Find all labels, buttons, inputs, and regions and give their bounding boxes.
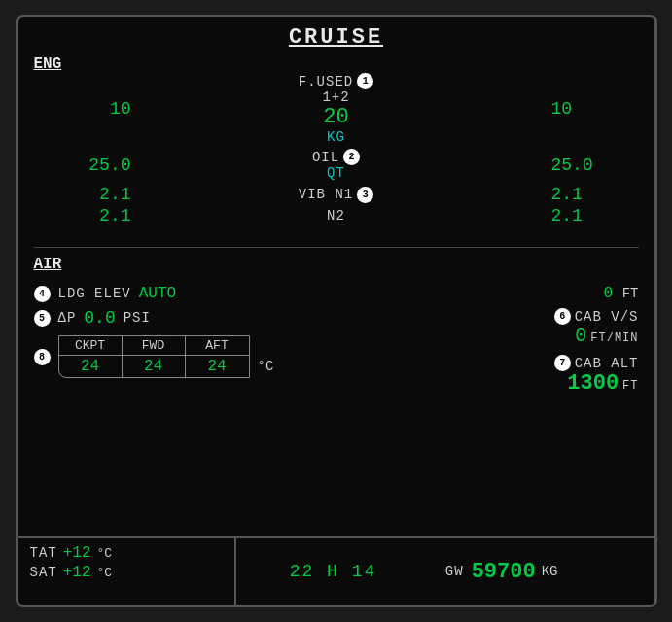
delta-p-row: 5 ΔP 0.0 PSI bbox=[34, 308, 554, 328]
temp-table-wrapper: 8 CKPT FWD bbox=[34, 335, 554, 378]
eng-section: ENG 10 F.USED 1 1+2 20 KG 10 bbox=[34, 55, 639, 229]
badge-5: 5 bbox=[34, 310, 51, 327]
temp-col-fwd-header: FWD bbox=[123, 336, 186, 356]
delta-cab-wrapper: 5 ΔP 0.0 PSI 8 CKPT bbox=[34, 308, 639, 396]
badge-7: 7 bbox=[554, 355, 571, 371]
left-col: 5 ΔP 0.0 PSI 8 CKPT bbox=[34, 308, 554, 396]
bottom-center: 22 H 14 bbox=[236, 538, 430, 605]
cab-vs-label-row: 6 CAB V/S bbox=[554, 308, 639, 325]
cab-alt-label: CAB ALT bbox=[575, 356, 639, 371]
oil-unit: QT bbox=[327, 165, 345, 181]
ldg-elev-value: 0 FT bbox=[603, 285, 638, 302]
vib-n1-left: 2.1 bbox=[34, 185, 131, 204]
temp-col-ckpt-header: CKPT bbox=[59, 336, 123, 356]
tat-row: TAT +12 °C bbox=[30, 544, 224, 562]
ldg-elev-row: 4 LDG ELEV AUTO 0 FT bbox=[34, 285, 639, 302]
badge-8: 8 bbox=[34, 349, 51, 365]
ldg-elev-unit: FT bbox=[622, 286, 639, 301]
gw-label: GW bbox=[445, 564, 464, 579]
vib-n1-row: 2.1 VIB N1 3 2.1 bbox=[34, 185, 639, 204]
main-area: CRUISE ENG 10 F.USED 1 1+2 20 KG bbox=[18, 17, 654, 536]
tat-value: +12 bbox=[63, 544, 91, 562]
sat-unit: °C bbox=[97, 566, 113, 580]
vib-n2-center: N2 bbox=[131, 208, 542, 224]
delta-p-value: 0.0 bbox=[84, 308, 115, 328]
air-section: AIR 4 LDG ELEV AUTO 0 FT 5 ΔP bbox=[34, 256, 639, 529]
badge-4: 4 bbox=[34, 286, 51, 302]
cab-alt-value-row: 1300 FT bbox=[554, 371, 639, 396]
bottom-right: GW 59700 KG bbox=[430, 538, 654, 605]
sat-label: SAT bbox=[30, 565, 57, 580]
cab-alt-label-row: 7 CAB ALT bbox=[554, 355, 639, 371]
badge-6: 6 bbox=[554, 308, 571, 325]
badge-3: 3 bbox=[357, 187, 373, 203]
cab-alt-unit: FT bbox=[622, 379, 638, 393]
fuel-used-row: 10 F.USED 1 1+2 20 KG 10 bbox=[34, 73, 639, 145]
oil-left-value: 25.0 bbox=[34, 156, 131, 175]
badge-1: 1 bbox=[357, 73, 373, 89]
page-title: CRUISE bbox=[289, 25, 383, 50]
eng-label: ENG bbox=[34, 55, 62, 73]
bottom-left: TAT +12 °C SAT +12 °C bbox=[18, 538, 237, 605]
gw-unit: KG bbox=[542, 564, 558, 579]
tat-unit: °C bbox=[97, 546, 113, 561]
fuel-center: F.USED 1 1+2 20 KG bbox=[131, 73, 542, 145]
sat-row: SAT +12 °C bbox=[30, 564, 224, 581]
fuel-unit: KG bbox=[327, 129, 345, 145]
temp-table: CKPT FWD AFT bbox=[58, 335, 250, 378]
bottom-bar: TAT +12 °C SAT +12 °C 22 H 14 GW 59700 K… bbox=[18, 536, 654, 605]
vib-n2-right: 2.1 bbox=[542, 206, 639, 225]
delta-p-symbol: ΔP bbox=[58, 310, 77, 326]
temp-table-header: CKPT FWD AFT bbox=[59, 336, 249, 356]
fuel-right-value: 10 bbox=[542, 99, 639, 119]
time-display: 22 H 14 bbox=[290, 562, 377, 581]
gw-value: 59700 bbox=[472, 560, 536, 584]
temp-table-values: 24 24 24 bbox=[59, 356, 249, 377]
vib-n2-left: 2.1 bbox=[34, 206, 131, 225]
vib-label: VIB N1 bbox=[299, 187, 353, 202]
cab-vs-value: 0 bbox=[575, 325, 586, 347]
oil-center: OIL 2 QT bbox=[131, 149, 542, 181]
temp-col-ckpt-val: 24 bbox=[59, 356, 123, 377]
fuel-value: 20 bbox=[323, 105, 348, 129]
vib-n1-right: 2.1 bbox=[542, 185, 639, 204]
fuel-engine-label: 1+2 bbox=[322, 89, 349, 105]
cab-alt-value: 1300 bbox=[567, 371, 619, 396]
oil-right-value: 25.0 bbox=[542, 156, 639, 175]
cruise-display: CRUISE ENG 10 F.USED 1 1+2 20 KG bbox=[16, 15, 657, 607]
sat-value: +12 bbox=[63, 564, 91, 581]
oil-row: 25.0 OIL 2 QT 25.0 bbox=[34, 149, 639, 181]
cab-vs-value-row: 0 FT/MIN bbox=[554, 325, 639, 347]
vib-n1-center: VIB N1 3 bbox=[131, 187, 542, 203]
cab-vs-block: 6 CAB V/S 0 FT/MIN bbox=[554, 308, 639, 347]
delta-p-unit: PSI bbox=[124, 310, 151, 326]
oil-label: OIL bbox=[312, 150, 339, 165]
tat-label: TAT bbox=[30, 545, 57, 561]
fuel-left-value: 10 bbox=[34, 99, 131, 119]
vib-n2-row: 2.1 N2 2.1 bbox=[34, 206, 639, 225]
ldg-elev-label: LDG ELEV bbox=[58, 286, 131, 301]
badge-2: 2 bbox=[343, 149, 360, 165]
air-label: AIR bbox=[34, 256, 62, 273]
ldg-elev-mode: AUTO bbox=[139, 285, 176, 302]
cab-section: 6 CAB V/S 0 FT/MIN 7 CAB ALT bbox=[554, 308, 639, 396]
cab-vs-label: CAB V/S bbox=[575, 309, 639, 325]
n2-label: N2 bbox=[327, 208, 345, 224]
temp-col-aft-header: AFT bbox=[186, 336, 249, 356]
title-row: CRUISE bbox=[34, 25, 639, 50]
temp-col-aft-val: 24 bbox=[186, 356, 249, 377]
temp-col-fwd-val: 24 bbox=[123, 356, 186, 377]
divider bbox=[34, 247, 639, 248]
fuel-used-label: F.USED bbox=[299, 74, 353, 89]
temp-table-container: CKPT FWD AFT bbox=[58, 335, 250, 378]
temp-unit: °C bbox=[258, 359, 274, 378]
cab-alt-block: 7 CAB ALT 1300 FT bbox=[554, 355, 639, 396]
cab-vs-unit: FT/MIN bbox=[590, 331, 638, 345]
